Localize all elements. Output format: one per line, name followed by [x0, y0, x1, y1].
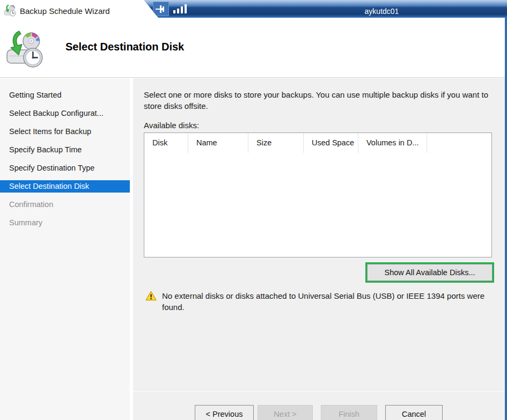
column-header-used-space[interactable]: Used Space [304, 133, 358, 153]
available-disks-label: Available disks: [144, 121, 199, 130]
window-title: Backup Schedule Wizard [20, 6, 110, 16]
step-select-items-for-backup: Select Items for Backup [0, 126, 130, 138]
column-header-name[interactable]: Name [188, 133, 248, 153]
rdp-connection-bar: aykutdc01 [144, 0, 507, 18]
wizard-content-panel: Select one or more disks to store your b… [133, 78, 505, 420]
available-disks-table[interactable]: Disk Name Size Used Space Volumes in D..… [144, 132, 492, 257]
finish-button[interactable]: Finish [321, 405, 377, 420]
footer-separator [133, 390, 505, 392]
backup-schedule-wizard-window: Backup Schedule Wizard aykutdc01 [0, 0, 507, 420]
warning-message: No external disks or disks attached to U… [162, 290, 486, 313]
disk-clock-icon [5, 30, 45, 70]
wizard-header: Select Destination Disk [0, 21, 507, 78]
signal-strength-icon[interactable] [173, 4, 187, 13]
pin-icon [156, 5, 166, 13]
rdp-server-name: aykutdc01 [256, 6, 507, 17]
backup-wizard-icon [4, 4, 17, 17]
step-select-destination-disk: Select Destination Disk [0, 180, 130, 193]
table-header-row: Disk Name Size Used Space Volumes in D..… [144, 133, 491, 153]
column-header-disk[interactable]: Disk [144, 133, 188, 153]
column-header-spacer [427, 133, 491, 153]
column-header-volumes-in-disk[interactable]: Volumes in D... [358, 133, 427, 153]
step-summary: Summary [0, 217, 130, 229]
page-title: Select Destination Disk [65, 41, 184, 53]
step-select-backup-configuration: Select Backup Configurat... [0, 107, 130, 120]
window-right-border [505, 18, 507, 420]
annotation-highlight-box: Show All Available Disks... [365, 262, 494, 283]
column-header-size[interactable]: Size [248, 133, 304, 153]
next-button[interactable]: Next > [258, 405, 313, 420]
pin-button[interactable] [153, 2, 169, 16]
show-all-available-disks-button[interactable]: Show All Available Disks... [367, 264, 493, 281]
previous-button[interactable]: < Previous [195, 405, 254, 420]
instruction-text: Select one or more disks to store your b… [144, 89, 500, 112]
cancel-button[interactable]: Cancel [385, 405, 443, 420]
table-body-empty[interactable] [144, 153, 491, 258]
step-confirmation: Confirmation [0, 198, 130, 211]
step-getting-started: Getting Started [0, 89, 130, 101]
step-specify-backup-time: Specify Backup Time [0, 144, 130, 156]
wizard-steps-sidebar: Getting Started Select Backup Configurat… [0, 78, 131, 420]
warning-icon [145, 291, 157, 301]
step-specify-destination-type: Specify Destination Type [0, 162, 130, 174]
